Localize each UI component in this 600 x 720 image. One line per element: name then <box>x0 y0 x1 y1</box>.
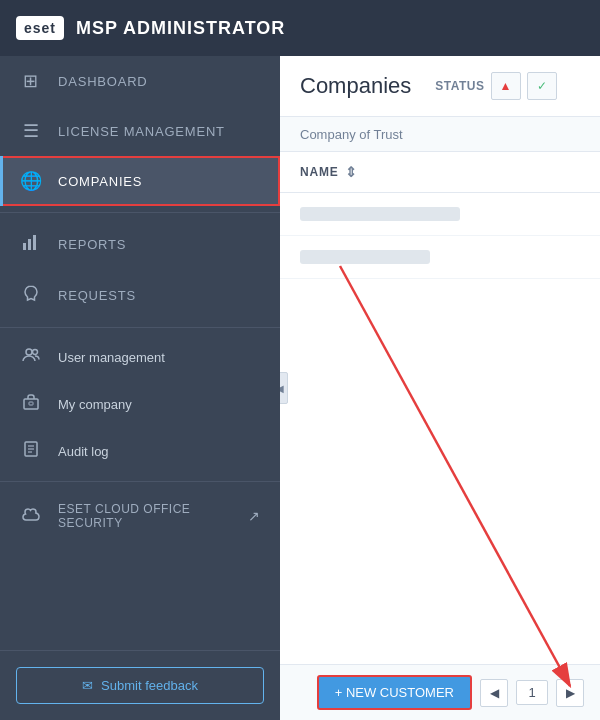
email-icon: ✉ <box>82 678 93 693</box>
sidebar-item-label-requests: REQUESTS <box>58 288 136 303</box>
sidebar-item-label-license: LICENSE MANAGEMENT <box>58 124 225 139</box>
main-layout: ⊞ DASHBOARD ☰ LICENSE MANAGEMENT 🌐 COMPA… <box>0 56 600 720</box>
sidebar-item-license-management[interactable]: ☰ LICENSE MANAGEMENT <box>0 106 280 156</box>
user-management-icon <box>20 346 42 369</box>
svg-rect-5 <box>24 399 38 409</box>
license-icon: ☰ <box>20 120 42 142</box>
nav-divider-1 <box>0 212 280 213</box>
table-header: NAME ⇕ <box>280 152 600 193</box>
status-group: STATUS ▲ ✓ <box>435 72 556 100</box>
sort-icon[interactable]: ⇕ <box>345 164 358 180</box>
external-link-icon: ↗ <box>248 508 261 524</box>
page-prev-button[interactable]: ◀ <box>480 679 508 707</box>
table-row[interactable] <box>280 193 600 236</box>
status-check-button[interactable]: ✓ <box>527 72 557 100</box>
table-row[interactable] <box>280 236 600 279</box>
reports-icon <box>20 233 42 256</box>
nav-divider-3 <box>0 481 280 482</box>
requests-icon <box>20 284 42 307</box>
row-name-blurred-1 <box>300 207 460 221</box>
sidebar: ⊞ DASHBOARD ☰ LICENSE MANAGEMENT 🌐 COMPA… <box>0 56 280 720</box>
new-customer-label: + NEW CUSTOMER <box>335 685 454 700</box>
content-header: Companies STATUS ▲ ✓ <box>280 56 600 117</box>
sidebar-item-eset-cloud[interactable]: ESET CLOUD OFFICE SECURITY ↗ <box>0 488 280 544</box>
svg-rect-0 <box>23 243 26 250</box>
sidebar-item-companies[interactable]: 🌐 COMPANIES <box>0 156 280 206</box>
svg-point-4 <box>33 350 38 355</box>
name-col-label: NAME <box>300 165 339 179</box>
sidebar-item-requests[interactable]: REQUESTS <box>0 270 280 321</box>
sidebar-item-label-eset-cloud: ESET CLOUD OFFICE SECURITY <box>58 502 248 530</box>
audit-log-icon <box>20 440 42 463</box>
cloud-icon <box>20 506 42 527</box>
app-header: eset MSP ADMINISTRATOR <box>0 0 600 56</box>
eset-logo: eset <box>16 16 64 40</box>
breadcrumb-text: Company of Trust <box>300 127 403 142</box>
companies-icon: 🌐 <box>20 170 42 192</box>
table-area: NAME ⇕ <box>280 152 600 664</box>
sidebar-footer: ✉ Submit feedback <box>0 650 280 720</box>
app-title: MSP ADMINISTRATOR <box>76 18 285 39</box>
svg-rect-6 <box>29 402 33 405</box>
new-customer-button[interactable]: + NEW CUSTOMER <box>317 675 472 710</box>
submit-feedback-button[interactable]: ✉ Submit feedback <box>16 667 264 704</box>
sidebar-item-label-user-management: User management <box>58 350 165 365</box>
sidebar-item-audit-log[interactable]: Audit log <box>0 428 280 475</box>
page-next-button[interactable]: ▶ <box>556 679 584 707</box>
sidebar-item-user-management[interactable]: User management <box>0 334 280 381</box>
dashboard-icon: ⊞ <box>20 70 42 92</box>
sidebar-item-label-audit-log: Audit log <box>58 444 109 459</box>
nav-divider-2 <box>0 327 280 328</box>
status-warning-button[interactable]: ▲ <box>491 72 521 100</box>
sidebar-collapse-handle[interactable]: ◀ <box>280 372 288 404</box>
svg-rect-2 <box>33 235 36 250</box>
svg-rect-1 <box>28 239 31 250</box>
breadcrumb: Company of Trust <box>280 117 600 152</box>
sidebar-item-my-company[interactable]: My company <box>0 381 280 428</box>
content-title: Companies <box>300 73 411 99</box>
content-footer: + NEW CUSTOMER ◀ 1 ▶ <box>280 664 600 720</box>
feedback-label: Submit feedback <box>101 678 198 693</box>
my-company-icon <box>20 393 42 416</box>
sidebar-item-label-companies: COMPANIES <box>58 174 142 189</box>
sidebar-item-label-my-company: My company <box>58 397 132 412</box>
sidebar-item-label-dashboard: DASHBOARD <box>58 74 148 89</box>
row-name-blurred-2 <box>300 250 430 264</box>
svg-point-3 <box>26 349 32 355</box>
page-number: 1 <box>516 680 548 705</box>
sidebar-item-dashboard[interactable]: ⊞ DASHBOARD <box>0 56 280 106</box>
name-column-header: NAME ⇕ <box>300 164 357 180</box>
sidebar-item-label-reports: REPORTS <box>58 237 126 252</box>
sidebar-item-reports[interactable]: REPORTS <box>0 219 280 270</box>
content-area: ◀ Companies STATUS ▲ ✓ Company of Trust … <box>280 56 600 720</box>
status-label: STATUS <box>435 79 484 93</box>
sidebar-nav: ⊞ DASHBOARD ☰ LICENSE MANAGEMENT 🌐 COMPA… <box>0 56 280 650</box>
